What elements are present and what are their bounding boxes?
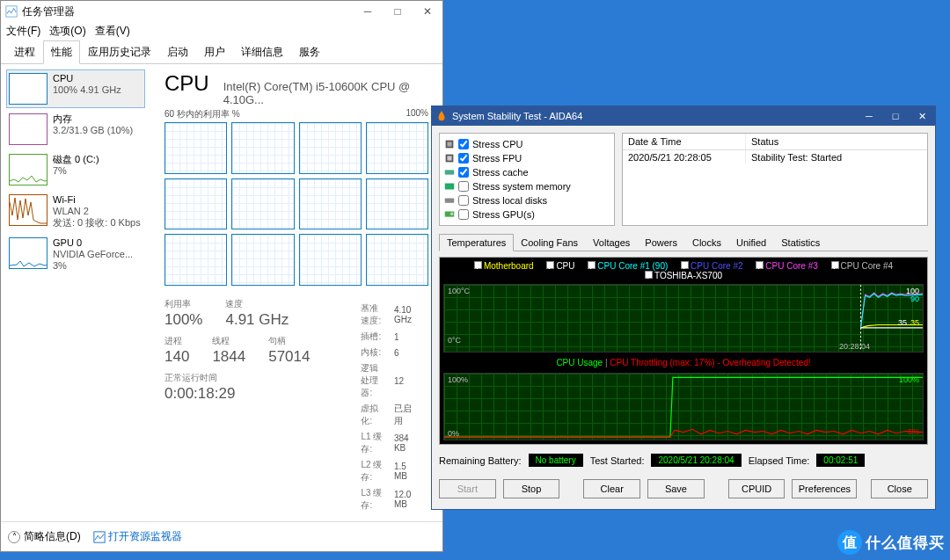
tab-details[interactable]: 详细信息 — [233, 40, 291, 64]
open-resource-monitor-link[interactable]: 打开资源监视器 — [93, 529, 182, 544]
watermark-icon: 值 — [837, 530, 862, 555]
stress-disk-checkbox[interactable] — [458, 195, 469, 206]
stress-cpu-checkbox[interactable] — [458, 139, 469, 149]
sidebar-wifi[interactable]: Wi-Fi WLAN 2 发送: 0 接收: 0 Kbps — [6, 191, 145, 232]
uptime-value: 0:00:18:29 — [164, 384, 332, 404]
tab-users[interactable]: 用户 — [196, 40, 233, 64]
usage-chart: 100% 0% 100% 6% — [443, 373, 924, 441]
sidebar-gpu[interactable]: GPU 0 NVIDIA GeForce... 3% — [6, 234, 145, 275]
cpu-spec-table: 基准速度:4.10 GHz 插槽:1 内核:6 逻辑处理器:12 虚拟化:已启用… — [359, 300, 428, 514]
save-button[interactable]: Save — [647, 479, 705, 498]
cpu-sub: 100% 4.91 GHz — [53, 84, 121, 96]
minimize-button[interactable]: ─ — [353, 1, 383, 22]
tab-unified[interactable]: Unified — [728, 234, 774, 251]
aida-titlebar[interactable]: System Stability Test - AIDA64 ─ □ ✕ — [432, 106, 935, 126]
tab-statistics[interactable]: Statistics — [773, 234, 828, 251]
gpu-icon — [443, 208, 456, 221]
stress-cache-checkbox[interactable] — [458, 167, 469, 178]
proc-label: 进程 — [164, 335, 189, 347]
cpu-chart-cell — [231, 178, 294, 230]
disk-name: 磁盘 0 (C:) — [53, 154, 99, 165]
menu-options[interactable]: 选项(O) — [49, 24, 85, 39]
legend-c1-checkbox[interactable]: ✓ — [588, 261, 596, 269]
tm-title: 任务管理器 — [22, 4, 353, 19]
task-manager-icon — [5, 5, 18, 18]
tab-performance[interactable]: 性能 — [43, 40, 80, 64]
stop-button[interactable]: Stop — [503, 479, 560, 498]
log-hdr-status[interactable]: Status — [746, 134, 784, 149]
handles-label: 句柄 — [268, 335, 310, 347]
speed-label: 速度 — [225, 298, 289, 310]
close-button[interactable]: ✕ — [413, 1, 442, 22]
elapsed-value: 00:02:51 — [816, 454, 865, 467]
cpu-title: CPU — [164, 71, 209, 96]
watermark-text: 什么值得买 — [866, 533, 945, 553]
wifi-name: Wi-Fi — [53, 194, 141, 206]
svg-rect-3 — [447, 142, 451, 146]
tab-powers[interactable]: Powers — [637, 234, 685, 251]
log-row[interactable]: 2020/5/21 20:28:05 Stability Test: Start… — [623, 150, 927, 164]
task-manager-window: 任务管理器 ─ □ ✕ 文件(F) 选项(O) 查看(V) 进程 性能 应用历史… — [0, 0, 443, 552]
stress-memory-checkbox[interactable] — [458, 181, 469, 192]
menu-file[interactable]: 文件(F) — [6, 24, 40, 39]
svg-rect-8 — [445, 198, 455, 202]
log-hdr-datetime[interactable]: Date & Time — [623, 134, 746, 149]
cpu-chart-grid — [164, 122, 428, 286]
chevron-up-icon: ˄ — [8, 531, 20, 543]
minimize-button[interactable]: ─ — [856, 106, 882, 126]
svg-rect-6 — [445, 170, 455, 174]
tab-startup[interactable]: 启动 — [159, 40, 196, 64]
watermark: 值 什么值得买 — [837, 530, 945, 555]
tab-temperatures[interactable]: Temperatures — [439, 234, 514, 251]
tab-app-history[interactable]: 应用历史记录 — [80, 40, 159, 64]
cpu-model: Intel(R) Core(TM) i5-10600K CPU @ 4.10G.… — [223, 80, 428, 106]
chart-max: 100% — [406, 108, 428, 120]
preferences-button[interactable]: Preferences — [792, 479, 857, 498]
close-button[interactable]: ✕ — [909, 106, 935, 126]
start-button[interactable]: Start — [439, 479, 496, 498]
stress-gpu-checkbox[interactable] — [458, 209, 469, 220]
clear-button[interactable]: Clear — [583, 479, 640, 498]
menu-view[interactable]: 查看(V) — [95, 24, 130, 39]
aida-charts: ✓Motherboard ✓CPU ✓CPU Core #1 (90) ✓CPU… — [439, 257, 928, 445]
legend-cpu-checkbox[interactable]: ✓ — [546, 261, 554, 269]
tab-processes[interactable]: 进程 — [6, 40, 43, 64]
legend-c2-checkbox[interactable]: ✓ — [681, 261, 689, 269]
sidebar-cpu[interactable]: CPU 100% 4.91 GHz — [6, 69, 145, 108]
aida-title: System Stability Test - AIDA64 — [452, 111, 856, 121]
fewer-details-button[interactable]: ˄ 简略信息(D) — [8, 529, 81, 544]
stress-fpu-checkbox[interactable] — [458, 153, 469, 164]
resource-monitor-icon — [93, 531, 106, 543]
sidebar-disk[interactable]: 磁盘 0 (C:) 7% — [6, 150, 145, 189]
util-value: 100% — [164, 310, 202, 330]
cpu-chart-cell — [299, 122, 362, 174]
cache-icon — [443, 166, 456, 178]
maximize-button[interactable]: □ — [882, 106, 909, 126]
aida-tabs: Temperatures Cooling Fans Voltages Power… — [439, 233, 928, 251]
battery-label: Remaining Battery: — [439, 455, 522, 466]
tab-fans[interactable]: Cooling Fans — [513, 234, 586, 251]
svg-point-10 — [450, 212, 454, 215]
chart-label: 60 秒内的利用率 % — [164, 108, 240, 120]
tm-titlebar[interactable]: 任务管理器 ─ □ ✕ — [1, 1, 442, 22]
legend-mb-checkbox[interactable]: ✓ — [474, 261, 482, 269]
gpu-sparkline — [9, 237, 48, 269]
cpu-chart-cell — [164, 234, 227, 286]
legend-c3-checkbox[interactable]: ✓ — [756, 261, 764, 269]
close-button[interactable]: Close — [871, 479, 928, 498]
sidebar-memory[interactable]: 内存 3.2/31.9 GB (10%) — [6, 110, 145, 149]
cpuid-button[interactable]: CPUID — [728, 479, 786, 498]
tm-menubar: 文件(F) 选项(O) 查看(V) — [1, 22, 442, 40]
tab-services[interactable]: 服务 — [291, 40, 328, 64]
legend-ssd-checkbox[interactable]: ✓ — [645, 271, 653, 279]
maximize-button[interactable]: □ — [383, 1, 413, 22]
disk-icon — [443, 194, 456, 207]
tab-voltages[interactable]: Voltages — [585, 234, 638, 251]
disk-sub: 7% — [53, 165, 99, 177]
gpu-sub2: 3% — [53, 260, 133, 272]
tab-clocks[interactable]: Clocks — [684, 234, 729, 251]
temperature-chart: 100°C 0°C 20:28:04 100 90 35 35 — [443, 284, 924, 353]
aida64-window: System Stability Test - AIDA64 ─ □ ✕ Str… — [431, 105, 936, 510]
legend-c4-checkbox[interactable]: ✓ — [831, 261, 839, 269]
fpu-icon — [443, 152, 456, 164]
